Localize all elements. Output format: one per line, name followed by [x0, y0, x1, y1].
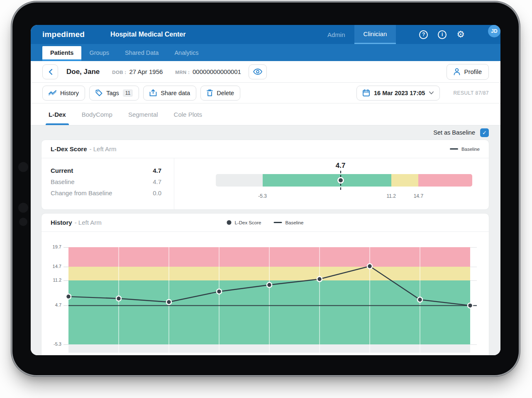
patient-actions-row: History Tags 11 Share data — [31, 83, 500, 103]
history-card-header: History - Left Arm L-Dex Score Baseline — [41, 214, 489, 232]
ldex-score-point — [116, 296, 121, 301]
tab-segmental[interactable]: Segmental — [122, 103, 164, 125]
result-date-picker[interactable]: 16 Mar 2023 17:05 — [356, 86, 440, 101]
brand-logo: impedimed — [42, 30, 85, 39]
nav-tab-analytics[interactable]: Analytics — [166, 44, 206, 61]
delete-button-label: Delete — [217, 90, 234, 96]
mrn-value: 00000000000001 — [193, 68, 241, 75]
ldex-score-point — [166, 300, 171, 305]
share-data-button[interactable]: Share data — [143, 86, 196, 101]
ldex-score-title: L-Dex Score — [51, 145, 87, 152]
patient-mrn: MRN : 00000000000001 — [175, 68, 241, 75]
history-trend-icon — [49, 90, 56, 96]
calendar-icon — [363, 89, 370, 96]
delete-button[interactable]: Delete — [200, 86, 240, 101]
share-data-button-label: Share data — [161, 90, 190, 96]
nav-tab-shared-data[interactable]: Shared Data — [117, 44, 166, 61]
tags-count-badge: 11 — [123, 89, 133, 97]
gauge-legend: Baseline — [450, 147, 480, 152]
trash-icon — [207, 89, 213, 96]
ldex-score-legend-dot — [227, 220, 231, 225]
gauge-tick-label: 11.2 — [386, 193, 395, 199]
nav-tab-patients[interactable]: Patients — [42, 46, 81, 61]
stat-baseline-label: Baseline — [51, 178, 75, 185]
gauge-tick-label: -5.3 — [258, 193, 267, 199]
help-icon[interactable]: ? — [419, 30, 428, 39]
gauge-segment-yellow — [391, 174, 419, 187]
chevron-down-icon — [429, 91, 434, 94]
settings-gear-icon[interactable]: ⚙ — [456, 30, 465, 39]
gauge-tick-label: 14.7 — [414, 193, 423, 199]
history-card: History - Left Arm L-Dex Score Baseline … — [41, 213, 489, 355]
baseline-legend-dash — [273, 222, 282, 223]
app-header: impedimed Hospital Medical Center Admin … — [31, 25, 500, 44]
side-camera-dot — [18, 203, 28, 213]
set-as-baseline-checkbox[interactable]: ✓ — [480, 128, 489, 137]
set-as-baseline-label: Set as Baseline — [433, 129, 475, 136]
ldex-score-point — [217, 289, 222, 294]
tags-button-label: Tags — [106, 90, 119, 96]
back-button[interactable] — [42, 64, 58, 79]
tab-bodycomp[interactable]: BodyComp — [76, 103, 119, 125]
app-screen: impedimed Hospital Medical Center Admin … — [31, 25, 500, 355]
result-counter: RESULT 87/87 — [453, 90, 489, 96]
gauge-marker-dot — [337, 177, 344, 184]
set-as-baseline-row: Set as Baseline ✓ — [31, 125, 500, 140]
baseline-legend-label: Baseline — [285, 220, 303, 225]
gauge-bar — [216, 174, 472, 187]
person-icon — [454, 68, 460, 75]
history-subtitle: - Left Arm — [75, 219, 102, 226]
ldex-score-card-header: L-Dex Score - Left Arm Baseline — [41, 140, 489, 158]
content-area: Set as Baseline ✓ L-Dex Score - Left Arm… — [31, 125, 500, 355]
profile-button-label: Profile — [464, 68, 482, 75]
stat-current-value: 4.7 — [136, 167, 161, 174]
measurement-tabs: L-Dex BodyComp Segmental Cole Plots — [31, 103, 500, 125]
stat-change-value: 0.0 — [136, 189, 161, 197]
stat-current-label: Current — [51, 167, 73, 174]
share-icon — [149, 89, 157, 96]
view-patient-button[interactable] — [249, 64, 267, 79]
ldex-score-point — [317, 277, 322, 282]
ldex-score-point — [468, 303, 473, 308]
baseline-legend-dash — [450, 148, 458, 150]
score-stats: Current 4.7 Baseline 4.7 Change from Bas… — [41, 158, 174, 209]
dob-value: 27 Apr 1956 — [129, 68, 163, 75]
role-switcher: Admin Clinician — [318, 25, 396, 44]
history-line-chart: 19.714.711.24.7-5.3 — [41, 232, 489, 355]
ldex-score-legend-label: L-Dex Score — [234, 220, 261, 225]
info-icon[interactable]: i — [438, 30, 447, 39]
tags-button[interactable]: Tags 11 — [89, 86, 139, 101]
dob-label: DOB : — [112, 70, 126, 75]
ldex-score-subtitle: - Left Arm — [90, 145, 117, 152]
nav-tab-groups[interactable]: Groups — [81, 44, 117, 61]
ldex-score-point — [417, 297, 422, 302]
tab-cole-plots[interactable]: Cole Plots — [168, 103, 208, 125]
history-legend: L-Dex Score Baseline — [227, 220, 303, 225]
stat-change-label: Change from Baseline — [51, 189, 112, 197]
user-avatar[interactable]: JD — [488, 25, 500, 37]
gauge-segment-green — [263, 174, 391, 187]
ldex-score-point — [66, 294, 71, 299]
ldex-gauge: 4.7-5.311.214.7 — [216, 162, 472, 207]
baseline-legend-label: Baseline — [461, 147, 480, 152]
eye-icon — [253, 69, 262, 75]
side-camera-dot — [18, 162, 28, 172]
profile-button[interactable]: Profile — [447, 64, 489, 80]
patient-dob: DOB : 27 Apr 1956 — [112, 68, 163, 75]
ldex-score-card: L-Dex Score - Left Arm Baseline Current … — [41, 140, 489, 210]
ldex-score-point — [367, 264, 372, 269]
result-date-value: 16 Mar 2023 17:05 — [374, 90, 425, 96]
patient-header-row: Doe, Jane DOB : 27 Apr 1956 MRN : 000000… — [31, 61, 500, 83]
gauge-value-label: 4.7 — [336, 162, 346, 170]
role-tab-clinician[interactable]: Clinician — [354, 25, 396, 44]
ldex-score-point — [267, 283, 272, 287]
role-tab-admin[interactable]: Admin — [318, 25, 354, 44]
gauge-segment-pink — [418, 174, 472, 187]
stat-baseline-value: 4.7 — [136, 178, 161, 185]
history-series-svg — [41, 232, 490, 355]
tab-l-dex[interactable]: L-Dex — [42, 103, 72, 125]
stat-current: Current 4.7 — [51, 165, 174, 176]
main-nav: Patients Groups Shared Data Analytics — [31, 44, 500, 61]
history-button[interactable]: History — [42, 86, 85, 101]
header-icons: ? i ⚙ — [419, 25, 465, 44]
